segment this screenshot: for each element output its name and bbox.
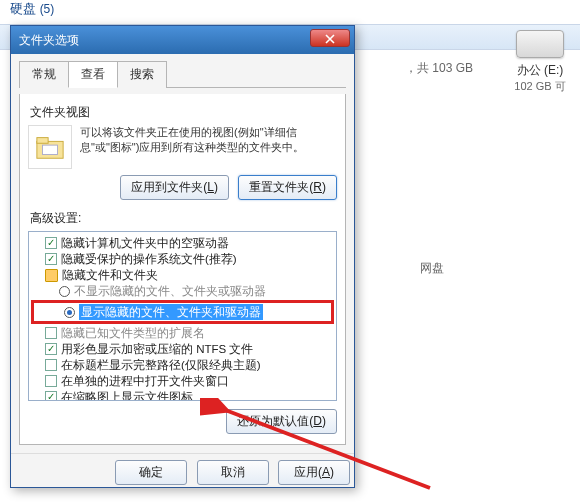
checkbox-icon[interactable] <box>45 391 57 401</box>
drive-e[interactable]: 办公 (E:) 102 GB 可 <box>510 30 570 94</box>
opt-hide-ext[interactable]: 隐藏已知文件类型的扩展名 <box>31 325 334 341</box>
checkbox-icon[interactable] <box>45 253 57 265</box>
opt-separate-process[interactable]: 在单独的进程中打开文件夹窗口 <box>31 373 334 389</box>
checkbox-icon[interactable] <box>45 359 57 371</box>
ok-button[interactable]: 确定 <box>115 460 187 485</box>
tab-strip: 常规 查看 搜索 <box>19 60 346 88</box>
folder-view-buttons: 应用到文件夹(L) 重置文件夹(R) <box>28 175 337 200</box>
opt-hide-protected-os-files[interactable]: 隐藏受保护的操作系统文件(推荐) <box>31 251 334 267</box>
section-title: 硬盘 <box>10 1 36 16</box>
freespace-text: ，共 103 GB <box>405 60 473 77</box>
radio-icon[interactable] <box>59 286 70 297</box>
explorer-section-header: 硬盘 (5) <box>0 0 580 24</box>
section-count: (5) <box>40 2 55 16</box>
checkbox-icon[interactable] <box>45 375 57 387</box>
tab-panel-view: 文件夹视图 可以将该文件夹正在使用的视图(例如"详细信息"或"图标")应用到所有… <box>19 94 346 445</box>
checkbox-icon[interactable] <box>45 343 57 355</box>
opt-dont-show-hidden[interactable]: 不显示隐藏的文件、文件夹或驱动器 <box>31 283 334 299</box>
opt-show-hidden[interactable]: 显示隐藏的文件、文件夹和驱动器 <box>36 304 329 320</box>
svg-rect-2 <box>43 145 58 154</box>
tab-search[interactable]: 搜索 <box>117 61 167 88</box>
folder-icon <box>35 132 65 162</box>
hard-drive-icon <box>516 30 564 58</box>
dialog-body: 常规 查看 搜索 文件夹视图 可以将该文件夹正在使用的视图(例如"详细信息"或"… <box>11 54 354 453</box>
titlebar[interactable]: 文件夹选项 <box>11 26 354 54</box>
apply-to-folders-button[interactable]: 应用到文件夹(L) <box>120 175 229 200</box>
close-button[interactable] <box>310 29 350 47</box>
restore-row: 还原为默认值(D) <box>28 409 337 434</box>
selected-label: 显示隐藏的文件、文件夹和驱动器 <box>79 304 263 320</box>
netdisk-label: 网盘 <box>420 260 444 277</box>
opt-hide-empty-drives[interactable]: 隐藏计算机文件夹中的空驱动器 <box>31 235 334 251</box>
advanced-label: 高级设置: <box>30 210 337 227</box>
restore-defaults-button[interactable]: 还原为默认值(D) <box>226 409 337 434</box>
checkbox-icon[interactable] <box>45 327 57 339</box>
cancel-button[interactable]: 取消 <box>197 460 269 485</box>
opt-full-path-titlebar[interactable]: 在标题栏显示完整路径(仅限经典主题) <box>31 357 334 373</box>
checkbox-icon[interactable] <box>45 237 57 249</box>
folder-view-row: 可以将该文件夹正在使用的视图(例如"详细信息"或"图标")应用到所有这种类型的文… <box>28 125 337 169</box>
reset-folders-button[interactable]: 重置文件夹(R) <box>238 175 337 200</box>
highlight-red-box: 显示隐藏的文件、文件夹和驱动器 <box>31 300 334 324</box>
apply-button[interactable]: 应用(A) <box>278 460 350 485</box>
close-icon <box>325 34 335 44</box>
folder-glyph-icon <box>45 269 58 282</box>
svg-rect-1 <box>37 138 48 144</box>
tab-view[interactable]: 查看 <box>68 61 118 88</box>
dialog-title: 文件夹选项 <box>19 32 79 49</box>
advanced-settings-tree[interactable]: 隐藏计算机文件夹中的空驱动器 隐藏受保护的操作系统文件(推荐) 隐藏文件和文件夹… <box>28 231 337 401</box>
dialog-buttons: 确定 取消 应用(A) <box>11 453 354 487</box>
tab-general[interactable]: 常规 <box>19 61 69 88</box>
drive-label: 办公 (E:) <box>510 62 570 79</box>
folder-options-dialog: 文件夹选项 常规 查看 搜索 文件夹视图 可以将该文件夹正在使用的视图(例如"详… <box>10 25 355 488</box>
opt-hidden-files-group[interactable]: 隐藏文件和文件夹 <box>31 267 334 283</box>
folder-view-description: 可以将该文件夹正在使用的视图(例如"详细信息"或"图标")应用到所有这种类型的文… <box>80 125 337 169</box>
drive-sub: 102 GB 可 <box>510 79 570 94</box>
radio-icon[interactable] <box>64 307 75 318</box>
folder-view-icon <box>28 125 72 169</box>
folder-view-label: 文件夹视图 <box>30 104 337 121</box>
opt-color-ntfs[interactable]: 用彩色显示加密或压缩的 NTFS 文件 <box>31 341 334 357</box>
opt-thumb-icons[interactable]: 在缩略图上显示文件图标 <box>31 389 334 401</box>
